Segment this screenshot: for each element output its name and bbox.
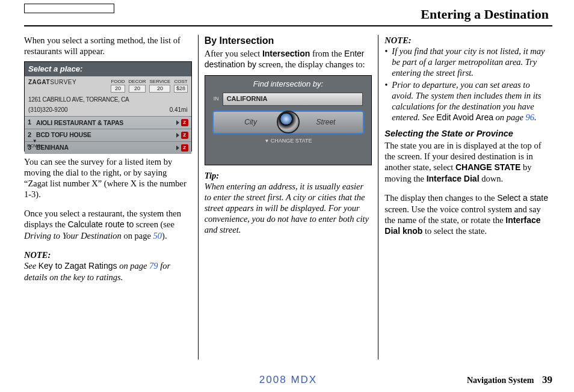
play-icon xyxy=(176,145,179,150)
page-link-50[interactable]: 50 xyxy=(153,231,162,240)
ss1-ratings: FOOD20 DECOR20 SERVICE20 COST$28 xyxy=(111,79,187,93)
footer: 2008 MDX Navigation System 39 xyxy=(24,373,552,386)
column-2: By Intersection After you select Interse… xyxy=(199,35,379,360)
heading-by-intersection: By Intersection xyxy=(205,35,372,47)
screenshot-find-intersection: Find intersection by: IN CALIFORNIA City… xyxy=(205,75,372,165)
col3-note-list: If you find that your city is not listed… xyxy=(384,46,552,123)
col2-tip: Tip: When entering an address, it is usu… xyxy=(205,170,372,236)
col1-p1: When you select a sorting method, the li… xyxy=(24,35,192,57)
page-number: 39 xyxy=(542,374,552,385)
zagat-icon: Z xyxy=(181,132,188,139)
ss1-zagat-row: ZAGATSURVEY FOOD20 DECOR20 SERVICE20 COS… xyxy=(25,76,191,95)
columns: When you select a sorting method, the li… xyxy=(24,35,552,360)
interface-dial-icon xyxy=(277,111,300,133)
footer-model: 2008 MDX xyxy=(259,373,317,386)
col3-p2: The display then changes to the Select a… xyxy=(384,192,552,237)
column-1: When you select a sorting method, the li… xyxy=(24,35,199,360)
page: Entering a Destination When you select a… xyxy=(0,0,574,392)
zagat-icon: Z xyxy=(181,144,188,152)
ss2-button-container: City Street xyxy=(205,111,372,134)
note-bullet-2: Prior to departure, you can set areas to… xyxy=(384,79,552,123)
play-icon xyxy=(176,133,179,138)
column-3: NOTE: If you find that your city is not … xyxy=(378,35,552,360)
down-arrow-icon: ▼DOWN xyxy=(27,139,42,149)
top-annotation-box xyxy=(24,4,114,13)
col1-p3: Once you select a restaurant, the system… xyxy=(24,208,192,241)
ss1-zagat-label: ZAGATSURVEY xyxy=(28,79,76,93)
state-field: CALIFORNIA xyxy=(223,93,363,106)
col3-note-label: NOTE: xyxy=(384,35,552,46)
ss2-state-row: IN CALIFORNIA xyxy=(214,93,363,106)
zagat-icon: Z xyxy=(181,119,188,126)
note-bullet-1: If you find that your city is not listed… xyxy=(384,46,552,78)
ss1-title: Select a place: xyxy=(25,62,191,76)
page-link-79[interactable]: 79 xyxy=(149,261,158,271)
change-state-label: CHANGE STATE xyxy=(205,138,372,144)
ss2-title: Find intersection by: xyxy=(205,76,372,93)
header-rule xyxy=(24,25,552,26)
col3-p1: The state you are in is displayed at the… xyxy=(384,140,552,184)
col2-p1: After you select Intersection from the E… xyxy=(205,48,372,70)
col1-p2: You can see the survey for a listed item… xyxy=(24,156,192,200)
col1-note: NOTE: See Key to Zagat Ratings on page 7… xyxy=(24,250,192,283)
ss1-phone-row: (310)320-9200 0.41mi xyxy=(25,105,191,117)
play-icon xyxy=(176,120,179,125)
footer-right: Navigation System 39 xyxy=(467,373,552,386)
page-link-96[interactable]: 96 xyxy=(526,112,535,122)
heading-selecting-state: Selecting the State or Province xyxy=(384,128,552,139)
ss1-address: 1261 CABRILLO AVE, TORRANCE, CA xyxy=(25,95,191,105)
ss1-list: 1AIOLI RESTAURANT & TAPASZ 2BCD TOFU HOU… xyxy=(25,116,191,153)
screenshot-select-place: Select a place: ZAGATSURVEY FOOD20 DECOR… xyxy=(24,61,192,152)
